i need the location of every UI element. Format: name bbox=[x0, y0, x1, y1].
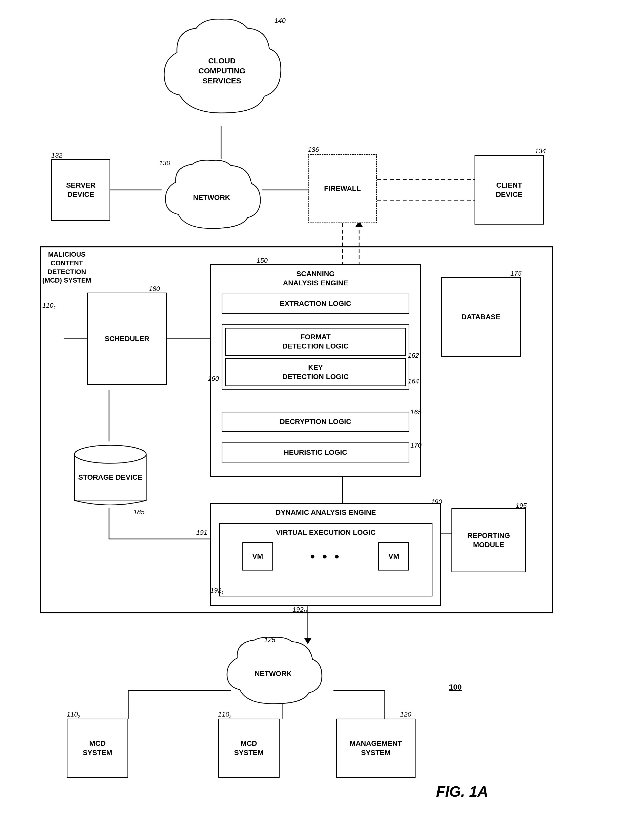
scheduler-box: SCHEDULER bbox=[87, 292, 167, 385]
dots: • • • bbox=[310, 549, 341, 564]
virtual-exec-box: VIRTUAL EXECUTION LOGIC VM • • • VM bbox=[219, 523, 432, 596]
ref-120: 120 bbox=[400, 711, 411, 718]
network-top-label: NETWORK bbox=[193, 193, 230, 202]
ref-150: 150 bbox=[256, 257, 267, 265]
fig-1a-label: FIG. 1A bbox=[436, 783, 488, 800]
mcd-system2a-box: MCD SYSTEM bbox=[67, 719, 128, 778]
ref-170: 170 bbox=[411, 441, 422, 449]
scanning-engine-title: SCANNINGANALYSIS ENGINE bbox=[211, 269, 420, 288]
ref-110-2a: 1102 bbox=[67, 711, 80, 719]
ref-192-m: 192M bbox=[292, 606, 307, 614]
ref-100: 100 bbox=[449, 683, 462, 691]
ref-140: 140 bbox=[274, 17, 285, 25]
inner-nested-box: FORMAT DETECTION LOGIC KEY DETECTION LOG… bbox=[222, 325, 409, 389]
extraction-logic-box: EXTRACTION LOGIC bbox=[222, 294, 409, 313]
scanning-engine-box: SCANNINGANALYSIS ENGINE EXTRACTION LOGIC… bbox=[210, 264, 421, 477]
management-system-box: MANAGEMENT SYSTEM bbox=[336, 719, 416, 778]
decryption-logic-box: DECRYPTION LOGIC bbox=[222, 412, 409, 432]
ref-132: 132 bbox=[51, 152, 62, 159]
ref-110-2b: 1102 bbox=[218, 711, 231, 719]
svg-point-27 bbox=[74, 445, 146, 463]
ref-192-1: 1921 bbox=[210, 586, 224, 595]
diagram: CLOUD COMPUTING SERVICES 140 NETWORK 130… bbox=[0, 0, 641, 840]
storage-label: STORAGE DEVICE bbox=[78, 473, 142, 482]
ref-165: 165 bbox=[411, 408, 422, 416]
dynamic-engine-box: DYNAMIC ANALYSIS ENGINE VIRTUAL EXECUTIO… bbox=[210, 503, 441, 606]
client-device-box: CLIENT DEVICE bbox=[475, 155, 544, 225]
cloud-computing-services: CLOUD COMPUTING SERVICES bbox=[159, 15, 285, 126]
virtual-exec-label: VIRTUAL EXECUTION LOGIC bbox=[224, 528, 428, 537]
dynamic-engine-title: DYNAMIC ANALYSIS ENGINE bbox=[211, 508, 440, 517]
server-device-box: SERVER DEVICE bbox=[51, 159, 110, 221]
ref-191: 191 bbox=[196, 529, 207, 536]
mcd-system2b-box: MCD SYSTEM bbox=[218, 719, 280, 778]
firewall-box: FIREWALL bbox=[308, 154, 377, 223]
reporting-module-box: REPORTING MODULE bbox=[451, 508, 526, 572]
ref-164: 164 bbox=[408, 377, 419, 385]
format-detection-box: FORMAT DETECTION LOGIC bbox=[225, 328, 406, 356]
ref-175: 175 bbox=[511, 270, 522, 278]
ref-125: 125 bbox=[264, 636, 275, 644]
vm2-box: VM bbox=[378, 542, 409, 570]
ref-195: 195 bbox=[515, 502, 527, 510]
vm1-box: VM bbox=[242, 542, 273, 570]
network-bottom-label: NETWORK bbox=[255, 669, 292, 678]
database-box: DATABASE bbox=[441, 277, 521, 357]
ref-162: 162 bbox=[408, 352, 419, 360]
storage-device: STORAGE DEVICE bbox=[72, 441, 149, 508]
mcd-system-label: MALICIOUSCONTENTDETECTION(MCD) SYSTEM bbox=[42, 250, 91, 285]
network-bottom-cloud: NETWORK bbox=[223, 636, 323, 711]
ref-185: 185 bbox=[134, 508, 144, 516]
ref-110-1: 1101 bbox=[42, 302, 56, 310]
cloud-computing-label: CLOUD COMPUTING SERVICES bbox=[198, 56, 245, 86]
key-detection-box: KEY DETECTION LOGIC bbox=[225, 358, 406, 386]
ref-136: 136 bbox=[308, 146, 319, 154]
ref-190: 190 bbox=[431, 498, 442, 506]
vm-container: VM • • • VM bbox=[224, 542, 428, 570]
network-top-cloud: NETWORK bbox=[162, 159, 262, 236]
heuristic-logic-box: HEURISTIC LOGIC bbox=[222, 443, 409, 462]
ref-130: 130 bbox=[159, 159, 170, 167]
ref-180: 180 bbox=[149, 285, 160, 293]
ref-134: 134 bbox=[535, 147, 546, 155]
ref-160: 160 bbox=[208, 375, 219, 383]
